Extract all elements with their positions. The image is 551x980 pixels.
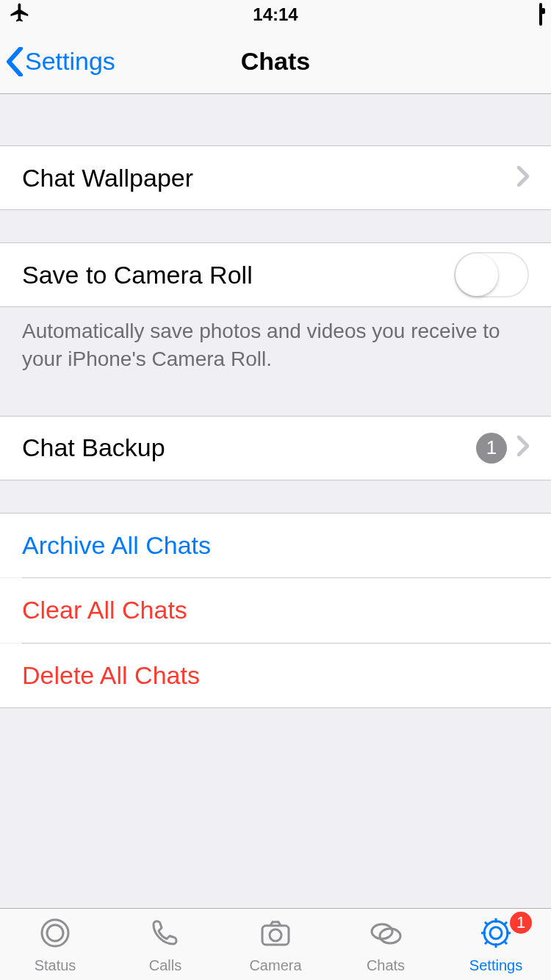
delete-all-chats-label: Delete All Chats	[22, 661, 529, 690]
chat-wallpaper-row[interactable]: Chat Wallpaper	[0, 145, 551, 210]
chevron-right-icon	[517, 433, 529, 462]
chats-icon	[368, 915, 403, 954]
archive-all-chats-label: Archive All Chats	[22, 531, 529, 560]
clear-all-chats-row[interactable]: Clear All Chats	[0, 578, 551, 643]
svg-point-0	[42, 920, 68, 946]
tab-status[interactable]: Status	[0, 909, 110, 980]
camera-icon	[258, 915, 293, 954]
tab-status-label: Status	[35, 957, 76, 974]
back-button[interactable]: Settings	[0, 47, 115, 76]
nav-bar: Settings Chats	[0, 29, 551, 94]
status-time: 14:14	[97, 4, 454, 25]
tab-chats[interactable]: Chats	[331, 909, 441, 980]
tab-camera[interactable]: Camera	[220, 909, 331, 980]
tab-calls[interactable]: Calls	[110, 909, 220, 980]
svg-point-1	[47, 925, 63, 941]
status-icon	[37, 915, 73, 954]
content-scroll[interactable]: Chat Wallpaper Save to Camera Roll Autom…	[0, 94, 551, 908]
chevron-right-icon	[517, 164, 529, 192]
tab-chats-label: Chats	[367, 957, 405, 974]
chat-backup-row[interactable]: Chat Backup 1	[0, 416, 551, 480]
clear-all-chats-label: Clear All Chats	[22, 596, 529, 624]
phone-icon	[148, 915, 183, 954]
svg-point-6	[490, 927, 502, 939]
chat-wallpaper-label: Chat Wallpaper	[22, 164, 517, 192]
save-camera-roll-label: Save to Camera Roll	[22, 261, 454, 289]
chat-backup-badge: 1	[476, 433, 507, 464]
tab-settings-label: Settings	[469, 957, 522, 974]
actions-group: Archive All Chats Clear All Chats Delete…	[0, 513, 551, 708]
tab-settings[interactable]: Settings 1	[441, 909, 551, 980]
save-camera-roll-switch[interactable]	[454, 252, 529, 298]
gear-icon	[478, 915, 514, 954]
archive-all-chats-row[interactable]: Archive All Chats	[0, 513, 551, 577]
back-label: Settings	[25, 47, 115, 76]
airplane-mode-icon	[9, 1, 31, 28]
save-camera-roll-row: Save to Camera Roll	[0, 242, 551, 307]
tab-camera-label: Camera	[249, 957, 301, 974]
chevron-left-icon	[6, 47, 24, 76]
status-bar: 14:14	[0, 0, 551, 29]
tab-bar: Status Calls Camera Chats Settings 1	[0, 908, 551, 980]
battery-icon	[539, 4, 542, 25]
svg-point-7	[484, 921, 508, 945]
tab-calls-label: Calls	[149, 957, 181, 974]
svg-point-3	[270, 929, 281, 941]
save-camera-roll-note: Automatically save photos and videos you…	[0, 307, 551, 373]
delete-all-chats-row[interactable]: Delete All Chats	[0, 644, 551, 708]
tab-settings-badge: 1	[510, 912, 532, 934]
chat-backup-label: Chat Backup	[22, 433, 476, 462]
